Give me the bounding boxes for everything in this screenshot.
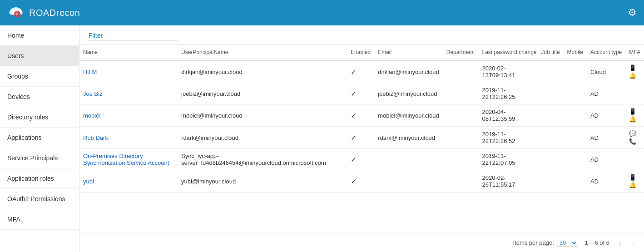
- cell-email: rdark@iminyour.cloud: [374, 127, 443, 149]
- sidebar-item-devices[interactable]: Devices: [0, 87, 79, 107]
- col-header-last-pw: Last password change: [478, 44, 537, 60]
- sidebar-item-applications[interactable]: Applications: [0, 128, 79, 148]
- cell-department: [443, 83, 479, 104]
- cell-enabled: ✓: [347, 170, 374, 193]
- table-row: yubi yubi@iminyour.cloud ✓ 2020-02-26T11…: [79, 170, 644, 193]
- cell-email: [374, 149, 443, 170]
- sidebar: Home Users Groups Devices Directory role…: [0, 25, 79, 252]
- cell-last-pw: 2020-04-08T12:35:59: [478, 104, 537, 127]
- cell-email: joebiz@iminyour.cloud: [374, 83, 443, 104]
- col-header-upn: UserPrincipalName: [178, 44, 347, 60]
- user-name-link[interactable]: mobiel: [83, 112, 100, 119]
- cell-department: [443, 170, 479, 193]
- col-header-name: Name: [79, 44, 178, 60]
- col-header-email: Email: [374, 44, 443, 60]
- cell-mobile: [564, 60, 587, 83]
- items-per-page-control: Items per page: 50 25 100: [513, 239, 577, 247]
- user-name-link[interactable]: yubi: [83, 178, 94, 185]
- prev-page-button[interactable]: ‹: [617, 237, 623, 248]
- filter-bar: [79, 25, 644, 44]
- cell-mfa: 💬📞: [625, 127, 644, 149]
- sidebar-item-application-roles[interactable]: Application roles: [0, 168, 79, 189]
- cell-name: mobiel: [79, 104, 178, 127]
- cell-mfa: [625, 83, 644, 104]
- cell-enabled: ✓: [347, 127, 374, 149]
- cell-email: mobiel@iminyour.cloud: [374, 104, 443, 127]
- sidebar-item-users[interactable]: Users: [0, 46, 79, 66]
- cell-last-pw: 2019-11-22T22:07:05: [478, 149, 537, 170]
- main-content: Name UserPrincipalName Enabled Email Dep…: [79, 25, 644, 252]
- table-row: mobiel mobiel@iminyour.cloud ✓ mobiel@im…: [79, 104, 644, 127]
- cell-job-title: [537, 83, 563, 104]
- table-header-row: Name UserPrincipalName Enabled Email Dep…: [79, 44, 644, 60]
- cell-last-pw: 2020-02-13T09:13:41: [478, 60, 537, 83]
- table-row: HJ M dirkjan@iminyour.cloud ✓ dirkjan@im…: [79, 60, 644, 83]
- cell-mfa: 📱🔔: [625, 60, 644, 83]
- cell-mobile: [564, 83, 587, 104]
- user-name-link[interactable]: Rob Dark: [83, 134, 108, 141]
- cell-account-type: AD: [587, 127, 625, 149]
- filter-input[interactable]: [87, 31, 178, 40]
- settings-gear-icon[interactable]: ⚙: [628, 7, 637, 19]
- cell-name: On-Premises Directory Synchronization Se…: [79, 149, 178, 170]
- col-header-enabled: Enabled: [347, 44, 374, 60]
- cell-enabled: ✓: [347, 83, 374, 104]
- sidebar-item-home[interactable]: Home: [0, 25, 79, 46]
- cell-enabled: ✓: [347, 149, 374, 170]
- col-header-account-type: Account type: [587, 44, 625, 60]
- topbar: 🔍 ROADrecon ⚙: [0, 0, 644, 25]
- cell-upn: rdark@iminyour.cloud: [178, 127, 347, 149]
- cell-department: [443, 127, 479, 149]
- cell-account-type: AD: [587, 149, 625, 170]
- cell-enabled: ✓: [347, 60, 374, 83]
- cell-account-type: AD: [587, 83, 625, 104]
- cell-department: [443, 60, 479, 83]
- cell-last-pw: 2019-11-22T22:26:25: [478, 83, 537, 104]
- users-table: Name UserPrincipalName Enabled Email Dep…: [79, 44, 644, 193]
- cell-last-pw: 2019-11-22T22:26:52: [478, 127, 537, 149]
- cell-name: HJ M: [79, 60, 178, 83]
- sidebar-item-oauth2-permissions[interactable]: OAuth2 Permissions: [0, 189, 79, 209]
- items-per-page-select[interactable]: 50 25 100: [557, 239, 578, 247]
- sidebar-item-mfa[interactable]: MFA: [0, 209, 79, 230]
- sidebar-item-groups[interactable]: Groups: [0, 66, 79, 87]
- app-logo: 🔍 ROADrecon: [7, 4, 80, 21]
- cell-job-title: [537, 104, 563, 127]
- cell-email: [374, 170, 443, 193]
- cell-mfa: 📱🔔: [625, 104, 644, 127]
- sidebar-item-directory-roles[interactable]: Directory roles: [0, 107, 79, 128]
- table-row: Joe Biz joebiz@iminyour.cloud ✓ joebiz@i…: [79, 83, 644, 104]
- cell-name: Joe Biz: [79, 83, 178, 104]
- cell-upn: Sync_iyc-app-server_fd4d8b246454@iminyou…: [178, 149, 347, 170]
- svg-text:🔍: 🔍: [15, 12, 20, 17]
- user-name-link[interactable]: HJ M: [83, 69, 97, 75]
- cell-job-title: [537, 127, 563, 149]
- cell-upn: dirkjan@iminyour.cloud: [178, 60, 347, 83]
- cell-upn: yubi@iminyour.cloud: [178, 170, 347, 193]
- col-header-mobile: Mobile: [564, 44, 587, 60]
- col-header-department: Department: [443, 44, 479, 60]
- cell-job-title: [537, 149, 563, 170]
- cell-mobile: [564, 104, 587, 127]
- table-row: Rob Dark rdark@iminyour.cloud ✓ rdark@im…: [79, 127, 644, 149]
- cell-job-title: [537, 170, 563, 193]
- users-table-wrapper: Name UserPrincipalName Enabled Email Dep…: [79, 44, 644, 233]
- cell-account-type: Cloud: [587, 60, 625, 83]
- app-title: ROADrecon: [29, 8, 80, 18]
- cell-name: Rob Dark: [79, 127, 178, 149]
- sidebar-item-service-principals[interactable]: Service Principals: [0, 148, 79, 168]
- cell-email: dirkjan@iminyour.cloud: [374, 60, 443, 83]
- cell-upn: joebiz@iminyour.cloud: [178, 83, 347, 104]
- user-name-link[interactable]: Joe Biz: [83, 90, 103, 97]
- cell-mobile: [564, 170, 587, 193]
- cell-upn: mobiel@iminyour.cloud: [178, 104, 347, 127]
- page-range: 1 – 6 of 6: [585, 239, 609, 246]
- cell-enabled: ✓: [347, 104, 374, 127]
- cell-mobile: [564, 127, 587, 149]
- col-header-job-title: Job title: [537, 44, 563, 60]
- cell-last-pw: 2020-02-26T11:55:17: [478, 170, 537, 193]
- cell-mfa: 📱🔔: [625, 170, 644, 193]
- user-name-link[interactable]: On-Premises Directory Synchronization Se…: [83, 153, 169, 166]
- logo-icon: 🔍: [7, 4, 25, 21]
- next-page-button[interactable]: ›: [630, 237, 637, 248]
